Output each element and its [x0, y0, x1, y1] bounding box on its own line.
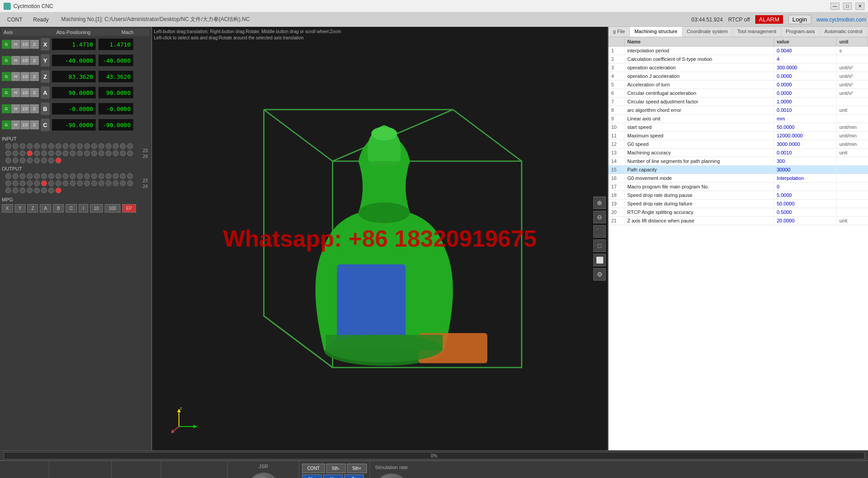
param-row-12[interactable]: 12 G0 speed 3000.0000 unit/min [608, 140, 868, 149]
param-row-10[interactable]: 10 start speed 50.0000 unit/min [608, 123, 868, 132]
pr-val-1: 0.0040 [774, 47, 837, 55]
mv-cont[interactable]: CONT [302, 464, 324, 473]
pr-name-21: Z axis lift distance when pause [625, 217, 774, 225]
mpg-btn-x[interactable]: X [2, 204, 13, 213]
btn-z-y[interactable]: Z [30, 56, 39, 65]
pr-val-3: 300.0000 [774, 64, 837, 72]
pr-num-18: 18 [608, 191, 625, 199]
param-row-4[interactable]: 4 operation J acceleration 0.0000 unit/s… [608, 72, 868, 81]
param-row-3[interactable]: 3 operation acceleration 300.0000 unit/s… [608, 64, 868, 72]
pr-name-8: arc algorithm chord error [625, 106, 774, 114]
btn-half-z[interactable]: 1/2 [21, 72, 30, 81]
btn-half-c[interactable]: 1/2 [21, 120, 30, 129]
mpg-btn-10[interactable]: 10 [90, 204, 103, 213]
menu-path: Machining No.[1]: C:/Users/Administrator… [61, 16, 250, 23]
input-num1: 23 [143, 148, 148, 153]
mpg-btn-i[interactable]: I [79, 204, 88, 213]
close-button[interactable]: ✕ [855, 3, 864, 10]
btn-half-x[interactable]: 1/2 [21, 40, 30, 49]
pr-unit-10: unit/min [837, 123, 868, 131]
rtab-machining-structure[interactable]: Machining structure [630, 27, 682, 37]
btn-half-a[interactable]: 1/2 [21, 88, 30, 97]
param-row-11[interactable]: 11 Maximum speed 12000.0000 unit/min [608, 132, 868, 140]
mv-5th-plus[interactable]: 5th+ [347, 464, 367, 473]
param-row-17[interactable]: 17 Macro program file main program No. 0 [608, 183, 868, 191]
mpg-btn-a[interactable]: A [40, 204, 51, 213]
mpg-btn-y[interactable]: Y [15, 204, 26, 213]
btn-g-c[interactable]: G [2, 120, 11, 129]
btn-h-x[interactable]: H [11, 40, 20, 49]
param-row-20[interactable]: 20 RTCP Angle splitting accuracy 0.5000 [608, 208, 868, 217]
alarm-button[interactable]: ALARM [755, 15, 783, 24]
btn-g-a[interactable]: G [2, 88, 11, 97]
btn-g-z[interactable]: G [2, 72, 11, 81]
btn-h-b[interactable]: H [11, 104, 20, 113]
btn-z-c[interactable]: Z [30, 120, 39, 129]
param-row-9[interactable]: 9 Linear axis unit mm [608, 115, 868, 123]
param-row-7[interactable]: 7 Circular speed adjustment factor 1.000… [608, 98, 868, 106]
btn-z-a[interactable]: Z [30, 88, 39, 97]
input-section: INPUT [0, 135, 151, 165]
vp-btn-settings[interactable]: ⚙ [593, 268, 606, 281]
mv-z-plus[interactable]: Z+ [344, 474, 364, 478]
btn-h-c[interactable]: H [11, 120, 20, 129]
menu-cont[interactable]: CONT [2, 15, 28, 25]
maximize-button[interactable]: □ [843, 3, 852, 10]
main-layout: Axis Abs-Positioning Mach G H 1/2 Z X 1.… [0, 27, 868, 450]
btn-z-x[interactable]: Z [30, 40, 39, 49]
btn-h-a[interactable]: H [11, 88, 20, 97]
param-row-15[interactable]: 15 Path capacity 30000 [608, 166, 868, 174]
rtab-auto-control[interactable]: Automatic control [820, 27, 867, 37]
rtab-gfile[interactable]: g File [608, 27, 630, 37]
vp-btn-view1[interactable]: □ [593, 239, 606, 252]
vp-btn-zoom-out[interactable]: ⊖ [593, 211, 606, 223]
param-row-16[interactable]: 16 G0 movement mode Interpolation [608, 174, 868, 183]
btn-z-b[interactable]: Z [30, 104, 39, 113]
btn-g-x[interactable]: G [2, 40, 11, 49]
param-row-8[interactable]: 8 arc algorithm chord error 0.0010 unit [608, 106, 868, 115]
input-dot [91, 150, 97, 156]
btn-half-y[interactable]: 1/2 [21, 56, 30, 65]
viewport-canvas[interactable]: Whatsapp: +86 18320919675 Z N [152, 27, 608, 450]
param-row-18[interactable]: 18 Speed drop rate during pause 5.0000 [608, 191, 868, 200]
param-row-2[interactable]: 2 Calculation coefficient of S-type moti… [608, 55, 868, 64]
rtab-program-axis[interactable]: Program-axis [781, 27, 820, 37]
btn-half-b[interactable]: 1/2 [21, 104, 30, 113]
pr-val-19: 50.0000 [774, 200, 837, 208]
mv-5th-minus[interactable]: 5th- [326, 464, 346, 473]
mpg-btn-100[interactable]: 100 [105, 204, 120, 213]
viewport[interactable]: Left-button drag:translation; Right-butt… [152, 27, 608, 450]
param-row-13[interactable]: 13 Machining accuracy 0.0010 unit [608, 149, 868, 157]
simulation-knob[interactable] [374, 474, 409, 478]
btn-h-z[interactable]: H [11, 72, 20, 81]
btn-h-y[interactable]: H [11, 56, 20, 65]
param-row-1[interactable]: 1 interpolation period 0.0040 s [608, 47, 868, 55]
login-button[interactable]: Login [788, 15, 811, 24]
btn-g-y[interactable]: G [2, 56, 11, 65]
mv-4th-plus[interactable]: 4th+ [302, 474, 322, 478]
left-panel: Axis Abs-Positioning Mach G H 1/2 Z X 1.… [0, 27, 152, 450]
vp-btn-fit[interactable]: ⬛ [593, 225, 606, 238]
param-row-5[interactable]: 5 Acceleration of turn 0.0000 unit/s² [608, 81, 868, 89]
mpg-btn-z[interactable]: Z [27, 204, 38, 213]
website-link[interactable]: www.cyclmotion.com [817, 17, 866, 23]
axis-label-x: X [41, 38, 50, 51]
jsr-knob[interactable] [248, 473, 279, 478]
minimize-button[interactable]: — [830, 3, 839, 10]
mpg-btn-b[interactable]: B [53, 204, 64, 213]
param-row-19[interactable]: 19 Speed drop rate during failure 50.000… [608, 200, 868, 208]
btn-z-z[interactable]: Z [30, 72, 39, 81]
spindle-section: Spindle speed 0/3000 Default speed FWD R… [161, 461, 228, 478]
rtab-tool[interactable]: Tool management [733, 27, 781, 37]
param-row-6[interactable]: 6 Circular centrifugal acceleration 0.00… [608, 89, 868, 98]
mpg-btn-ep[interactable]: EP [122, 204, 136, 213]
mv-y-plus[interactable]: Y+ [323, 474, 343, 478]
vp-btn-magnify[interactable]: ⊕ [593, 196, 606, 209]
mpg-btn-c[interactable]: C [66, 204, 77, 213]
btn-g-b[interactable]: G [2, 104, 11, 113]
param-row-14[interactable]: 14 Number of line segments for path plan… [608, 157, 868, 166]
feeding-section: Feeding speed 49/0 Default speed 8000.00… [49, 461, 112, 478]
param-row-21[interactable]: 21 Z axis lift distance when pause 20.00… [608, 217, 868, 225]
rtab-coordinate[interactable]: Coordinate system [682, 27, 733, 37]
vp-btn-view2[interactable]: ⬜ [593, 254, 606, 266]
